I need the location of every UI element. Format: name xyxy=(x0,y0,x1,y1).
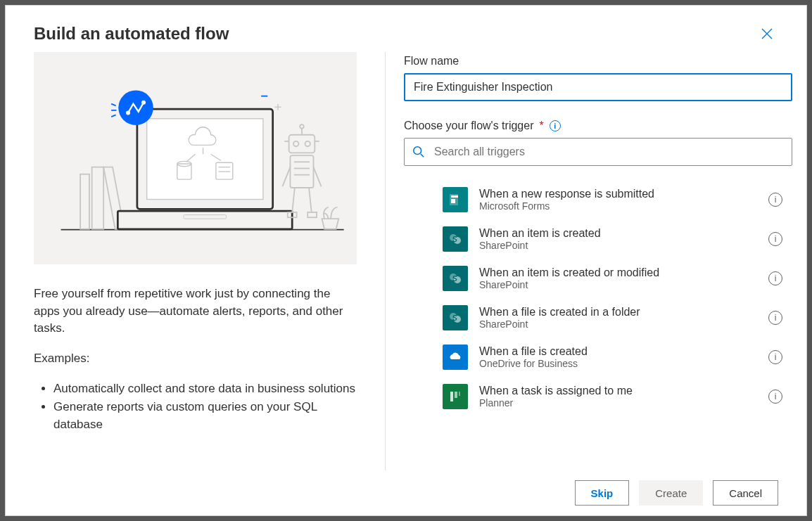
dialog-header: Build an automated flow xyxy=(6,6,806,52)
trigger-item[interactable]: SWhen an item is createdSharePointi xyxy=(404,219,792,259)
info-pane: Free yourself from repetitive work just … xyxy=(6,52,386,470)
trigger-source: Microsoft Forms xyxy=(479,200,757,212)
svg-rect-1 xyxy=(80,174,89,229)
trigger-title: When a file is created xyxy=(479,345,757,358)
trigger-title: When an item is created xyxy=(479,227,757,240)
trigger-title: When a file is created in a folder xyxy=(479,306,757,319)
svg-line-36 xyxy=(313,167,321,187)
trigger-item[interactable]: When a new response is submittedMicrosof… xyxy=(404,180,792,219)
trigger-title: When an item is created or modified xyxy=(479,266,757,279)
trigger-source: SharePoint xyxy=(479,279,757,290)
trigger-source: SharePoint xyxy=(479,240,757,251)
svg-rect-4 xyxy=(147,119,263,200)
dialog-footer: Skip Create Cancel xyxy=(6,470,806,515)
trigger-text: When a file is created in a folderShareP… xyxy=(479,306,757,330)
skip-button[interactable]: Skip xyxy=(575,480,630,506)
description: Free yourself from repetitive work just … xyxy=(34,285,357,433)
svg-text:S: S xyxy=(452,275,457,283)
svg-point-26 xyxy=(305,141,310,146)
info-icon[interactable]: i xyxy=(550,120,561,131)
illustration-graphic xyxy=(34,52,357,264)
svg-point-17 xyxy=(142,101,145,104)
required-indicator: * xyxy=(539,120,543,132)
trigger-connector-icon: S xyxy=(443,226,468,252)
svg-rect-45 xyxy=(451,199,455,203)
description-text: Free yourself from repetitive work just … xyxy=(34,285,357,337)
flow-name-input[interactable] xyxy=(404,73,792,101)
automated-flow-dialog: Build an automated flow xyxy=(5,5,807,516)
svg-rect-44 xyxy=(451,195,458,198)
svg-rect-2 xyxy=(92,167,104,229)
svg-rect-57 xyxy=(459,392,460,396)
trigger-item[interactable]: When a task is assigned to mePlanneri xyxy=(404,377,792,416)
trigger-list: When a new response is submittedMicrosof… xyxy=(404,180,792,416)
svg-point-16 xyxy=(127,112,129,115)
trigger-text: When a file is createdOneDrive for Busin… xyxy=(479,345,757,369)
svg-text:S: S xyxy=(452,314,457,322)
cancel-button[interactable]: Cancel xyxy=(713,480,778,506)
close-button[interactable] xyxy=(756,22,778,45)
info-icon[interactable]: i xyxy=(768,271,782,285)
trigger-item[interactable]: When a file is createdOneDrive for Busin… xyxy=(404,337,792,377)
trigger-text: When a new response is submittedMicrosof… xyxy=(479,188,757,212)
form-pane: Flow name Choose your flow's trigger * i… xyxy=(386,52,806,470)
examples-label: Examples: xyxy=(34,350,357,368)
svg-line-35 xyxy=(282,167,290,187)
example-item: Generate reports via custom queries on y… xyxy=(53,399,357,433)
trigger-title: When a task is assigned to me xyxy=(479,385,757,397)
close-icon xyxy=(761,28,773,39)
trigger-text: When an item is created or modifiedShare… xyxy=(479,266,757,290)
trigger-text: When an item is createdSharePoint xyxy=(479,227,757,251)
trigger-connector-icon: S xyxy=(443,266,468,291)
info-icon[interactable]: i xyxy=(768,232,782,246)
illustration xyxy=(34,52,357,264)
svg-point-41 xyxy=(414,147,421,155)
trigger-source: SharePoint xyxy=(479,319,757,330)
search-icon xyxy=(412,146,425,158)
svg-rect-55 xyxy=(450,392,453,401)
trigger-search-input[interactable] xyxy=(404,138,792,166)
examples-list: Automatically collect and store data in … xyxy=(34,380,357,434)
svg-point-25 xyxy=(293,141,298,146)
svg-line-42 xyxy=(421,154,424,157)
trigger-label: Choose your flow's trigger * i xyxy=(404,120,792,132)
svg-rect-31 xyxy=(290,155,313,188)
svg-text:S: S xyxy=(452,236,457,243)
example-item: Automatically collect and store data in … xyxy=(53,380,357,398)
svg-rect-5 xyxy=(118,211,292,229)
trigger-connector-icon xyxy=(443,345,468,370)
trigger-connector-icon: S xyxy=(443,305,468,330)
trigger-connector-icon xyxy=(443,384,468,409)
flow-name-label: Flow name xyxy=(404,55,792,67)
svg-line-37 xyxy=(292,188,295,212)
trigger-text: When a task is assigned to mePlanner xyxy=(479,385,757,409)
svg-line-38 xyxy=(309,188,312,212)
svg-point-30 xyxy=(300,124,304,129)
svg-rect-40 xyxy=(307,212,317,217)
trigger-connector-icon xyxy=(443,187,468,212)
info-icon[interactable]: i xyxy=(768,390,782,404)
svg-rect-56 xyxy=(455,392,457,398)
trigger-item[interactable]: SWhen a file is created in a folderShare… xyxy=(404,298,792,337)
svg-line-18 xyxy=(111,104,115,106)
info-icon[interactable]: i xyxy=(768,193,782,207)
create-button[interactable]: Create xyxy=(639,480,703,506)
trigger-source: Planner xyxy=(479,397,757,409)
trigger-title: When a new response is submitted xyxy=(479,188,757,200)
trigger-source: OneDrive for Business xyxy=(479,358,757,369)
trigger-item[interactable]: SWhen an item is created or modifiedShar… xyxy=(404,259,792,298)
info-icon[interactable]: i xyxy=(768,350,782,364)
dialog-title: Build an automated flow xyxy=(34,24,229,44)
info-icon[interactable]: i xyxy=(768,311,782,325)
svg-line-20 xyxy=(111,115,115,117)
